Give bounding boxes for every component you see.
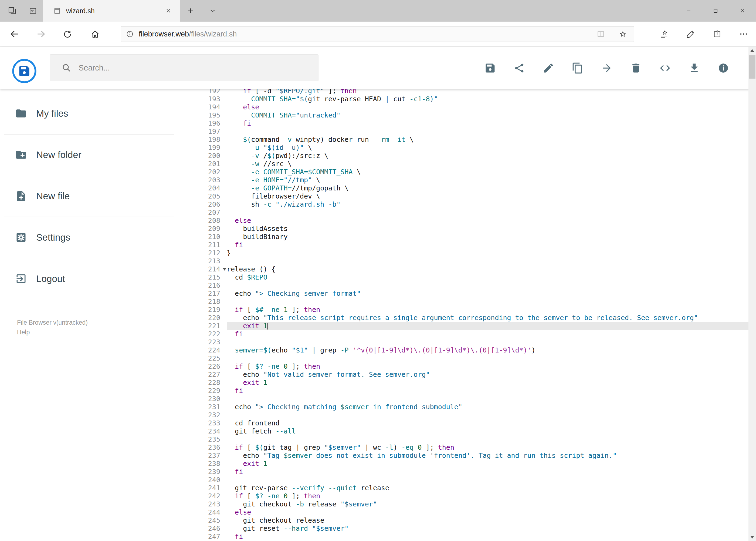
code-line[interactable]: 235 <box>178 435 748 443</box>
code-line[interactable]: 244 else <box>178 508 748 516</box>
share-file-button[interactable] <box>505 56 534 80</box>
hub-favorites-icon[interactable] <box>657 27 671 41</box>
code-line[interactable]: 238 exit 1 <box>178 460 748 468</box>
code-line[interactable]: 239 fi <box>178 468 748 476</box>
sidebar-item-my-files[interactable]: My files <box>0 101 178 126</box>
favorite-star-icon[interactable] <box>619 30 627 38</box>
code-line[interactable]: 213 <box>178 257 748 265</box>
scrollbar-thumb[interactable] <box>749 55 755 79</box>
code-line[interactable]: 200 -v /$(pwd):/src:z \ <box>178 152 748 160</box>
code-line[interactable]: 246 git reset --hard "$semver" <box>178 525 748 533</box>
info-button[interactable] <box>709 56 738 80</box>
close-window-button[interactable] <box>729 0 756 22</box>
code-line[interactable]: 231 echo "> Checking matching $semver in… <box>178 403 748 411</box>
code-line[interactable]: 215 cd $REPO <box>178 273 748 281</box>
code-line[interactable]: 221 exit 1 <box>178 322 748 330</box>
code-line[interactable]: 228 exit 1 <box>178 379 748 387</box>
tabs-set-aside-icon[interactable] <box>7 6 17 16</box>
minimize-button[interactable] <box>675 0 702 22</box>
code-line[interactable]: 207 <box>178 209 748 217</box>
home-icon[interactable] <box>88 27 102 41</box>
forward-icon[interactable] <box>34 27 48 41</box>
page-scrollbar[interactable] <box>748 47 756 541</box>
reading-view-icon[interactable] <box>597 30 605 38</box>
maximize-button[interactable] <box>702 0 729 22</box>
raw-code-button[interactable] <box>650 56 680 80</box>
code-line[interactable]: 226 if [ $? -ne 0 ]; then <box>178 362 748 370</box>
copy-button[interactable] <box>563 56 592 80</box>
code-line[interactable]: 203 -e HOME="//tmp" \ <box>178 176 748 184</box>
save-button[interactable] <box>476 56 505 80</box>
code-line[interactable]: 214release () { <box>178 265 748 273</box>
code-line[interactable]: 232 <box>178 411 748 419</box>
code-line[interactable]: 212} <box>178 249 748 257</box>
code-line[interactable]: 247 fi <box>178 533 748 541</box>
code-line[interactable]: 210 buildBinary <box>178 233 748 241</box>
address-bar[interactable]: filebrowser.web/files/wizard.sh <box>121 26 634 42</box>
delete-button[interactable] <box>621 56 650 80</box>
code-line[interactable]: 211 fi <box>178 241 748 249</box>
code-line[interactable]: 201 -w //src \ <box>178 160 748 168</box>
code-line[interactable]: 225 <box>178 354 748 362</box>
code-line[interactable]: 224 semver=$(echo "$1" | grep -P '^v(0|[… <box>178 346 748 354</box>
sidebar-item-logout[interactable]: Logout <box>0 266 178 292</box>
sidebar-item-settings[interactable]: Settings <box>0 225 178 251</box>
tab-preview-chevron-icon[interactable] <box>206 6 220 15</box>
edit-button[interactable] <box>534 56 563 80</box>
scroll-down-arrow-icon[interactable] <box>750 536 754 539</box>
code-line[interactable]: 199 -u "$(id -u)" \ <box>178 144 748 152</box>
code-line[interactable]: 237 echo "Tag $semver does not exist in … <box>178 452 748 460</box>
search-box[interactable]: Search... <box>50 54 319 81</box>
web-note-pen-icon[interactable] <box>684 27 698 41</box>
code-line[interactable]: 227 echo "Not valid semver format. See s… <box>178 370 748 379</box>
code-line[interactable]: 205 filebrowser/dev \ <box>178 192 748 201</box>
code-line[interactable]: 198 $(command -v winpty) docker run --rm… <box>178 136 748 144</box>
code-line[interactable]: 233 cd frontend <box>178 419 748 427</box>
code-line[interactable]: 206 sh -c "./wizard.sh -b" <box>178 201 748 209</box>
download-button[interactable] <box>680 56 709 80</box>
code-line[interactable]: 218 <box>178 297 748 306</box>
code-line[interactable]: 241 git rev-parse --verify --quiet relea… <box>178 484 748 492</box>
code-line[interactable]: 204 -e GOPATH=//tmp/gopath \ <box>178 184 748 192</box>
code-line[interactable]: 192 if [ -d "$REPO/.git" ]; then <box>178 89 748 95</box>
sidebar-item-new-folder[interactable]: New folder <box>0 142 178 168</box>
code-line[interactable]: 236 if [ $(git tag | grep "$semver" | wc… <box>178 443 748 452</box>
move-button[interactable] <box>592 56 621 80</box>
code-line[interactable]: 197 <box>178 128 748 136</box>
code-line[interactable]: 208 else <box>178 217 748 225</box>
code-line[interactable]: 202 -e COMMIT_SHA=$COMMIT_SHA \ <box>178 168 748 176</box>
code-line[interactable]: 217 echo "> Checking semver format" <box>178 289 748 297</box>
code-line[interactable]: 234 git fetch --all <box>178 427 748 435</box>
code-line[interactable]: 230 <box>178 395 748 403</box>
share-icon[interactable] <box>710 27 724 41</box>
code-line[interactable]: 222 fi <box>178 330 748 338</box>
back-icon[interactable] <box>8 27 22 41</box>
code-line[interactable]: 223 <box>178 338 748 346</box>
new-tab-button[interactable] <box>183 6 197 16</box>
code-line[interactable]: 229 fi <box>178 387 748 395</box>
more-menu-icon[interactable] <box>737 27 751 41</box>
code-line[interactable]: 194 else <box>178 103 748 111</box>
code-line[interactable]: 196 fi <box>178 119 748 128</box>
page-info-icon[interactable] <box>126 30 134 38</box>
code-line[interactable]: 240 <box>178 476 748 484</box>
tab-close-icon[interactable] <box>163 6 173 16</box>
code-line[interactable]: 242 if [ $? -ne 0 ]; then <box>178 492 748 500</box>
code-line[interactable]: 243 git checkout -b release "$semver" <box>178 500 748 508</box>
fold-arrow-icon[interactable] <box>223 268 226 270</box>
code-line[interactable]: 245 git checkout release <box>178 516 748 525</box>
refresh-icon[interactable] <box>61 27 75 41</box>
code-editor[interactable]: 192 if [ -d "$REPO/.git" ]; then193 COMM… <box>178 89 748 541</box>
sidebar-item-new-file[interactable]: New file <box>0 183 178 209</box>
browser-tab[interactable]: wizard.sh <box>43 0 180 22</box>
filebrowser-logo-icon[interactable] <box>12 59 37 84</box>
code-line[interactable]: 193 COMMIT_SHA="$(git rev-parse HEAD | c… <box>178 95 748 103</box>
code-line[interactable]: 220 echo "This release script requires a… <box>178 314 748 322</box>
scroll-up-arrow-icon[interactable] <box>750 49 754 52</box>
help-link[interactable]: Help <box>17 327 88 337</box>
tabs-aside-list-icon[interactable] <box>28 6 38 16</box>
code-line[interactable]: 219 if [ $# -ne 1 ]; then <box>178 306 748 314</box>
code-line[interactable]: 216 <box>178 281 748 289</box>
code-line[interactable]: 209 buildAssets <box>178 225 748 233</box>
code-line[interactable]: 195 COMMIT_SHA="untracked" <box>178 111 748 119</box>
